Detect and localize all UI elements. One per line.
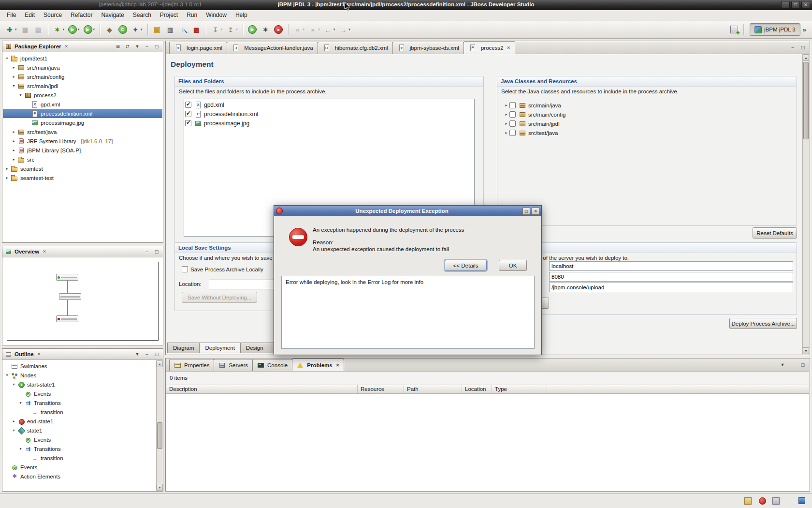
column-header-resource[interactable]: Resource	[358, 385, 404, 393]
overview-diagram[interactable]	[7, 262, 159, 341]
skip-backward-button[interactable]: «▾	[291, 23, 307, 36]
back-history-button[interactable]: ←▾	[322, 23, 337, 36]
window-minimize-button[interactable]: –	[781, 1, 790, 9]
menu-edit[interactable]: Edit	[20, 11, 39, 19]
tree-item-processimage-jpg[interactable]: processimage.jpg	[184, 119, 474, 128]
editor-tab-login-page-xml[interactable]: Xlogin.page.xml	[169, 42, 227, 54]
expand-arrow-icon[interactable]	[4, 56, 10, 60]
dropdown-arrow-icon[interactable]: ▾	[348, 28, 350, 31]
expand-arrow-icon[interactable]	[503, 112, 509, 117]
expand-arrow-icon[interactable]	[11, 382, 17, 387]
maximize-view-icon[interactable]: ▢	[799, 361, 807, 368]
tree-item-processdefinition-xml[interactable]: Pprocessdefinition.xml	[184, 109, 474, 119]
dropdown-arrow-icon[interactable]: ▾	[334, 28, 335, 31]
menu-refactor[interactable]: Refactor	[66, 11, 97, 19]
column-header-description[interactable]: Description	[166, 385, 358, 393]
menu-search[interactable]: Search	[129, 11, 156, 19]
tree-item-src[interactable]: src	[3, 155, 162, 164]
scrollbar-thumb[interactable]	[157, 422, 162, 449]
tree-item-transitions[interactable]: Transitions	[3, 398, 156, 407]
expand-arrow-icon[interactable]	[4, 176, 10, 180]
maximize-view-icon[interactable]: ▢	[153, 248, 160, 255]
tree-item-events[interactable]: Events	[3, 389, 156, 398]
dialog-titlebar[interactable]: Unexpected Deployment Exception ▢ ✕	[274, 206, 541, 216]
details-button[interactable]: << Details	[445, 260, 487, 271]
minimize-view-icon[interactable]: –	[143, 248, 151, 255]
menu-run[interactable]: Run	[182, 11, 202, 19]
skip-forward-button[interactable]: »▾	[306, 23, 322, 36]
tree-item-jre-system-library[interactable]: JRE System Library[jdk1.6.0_17]	[3, 136, 162, 146]
minimize-view-icon[interactable]: –	[143, 43, 151, 50]
outline-scrollbar[interactable]: ▲ ▼	[156, 360, 163, 491]
expand-arrow-icon[interactable]	[503, 121, 509, 126]
expand-arrow-icon[interactable]	[11, 157, 17, 162]
save-button[interactable]: ▦	[19, 23, 32, 36]
dropdown-arrow-icon[interactable]: ▾	[78, 28, 80, 31]
scroll-down-icon[interactable]: ▼	[157, 484, 163, 491]
menu-source[interactable]: Source	[39, 11, 66, 19]
dropdown-arrow-icon[interactable]: ▾	[221, 28, 223, 31]
terminate-button[interactable]: ■	[272, 23, 285, 36]
tree-item-src-test-java[interactable]: src/test/java	[3, 127, 162, 136]
menu-navigate[interactable]: Navigate	[97, 11, 128, 19]
column-header-path[interactable]: Path	[404, 385, 462, 393]
ok-button[interactable]: OK	[499, 260, 527, 271]
maximize-view-icon[interactable]: ▢	[153, 351, 160, 358]
tree-item-seamtest[interactable]: seamtest	[3, 164, 162, 173]
column-header-location[interactable]: Location	[462, 385, 492, 393]
expand-arrow-icon[interactable]	[17, 401, 24, 405]
expand-arrow-icon[interactable]	[503, 131, 509, 135]
close-icon[interactable]: ✕	[64, 44, 70, 49]
tree-item-jbpm-library-soa-p[interactable]: jBPM Library [SOA-P]	[3, 146, 162, 155]
close-tab-icon[interactable]: ✕	[336, 363, 340, 368]
checkbox[interactable]	[509, 120, 516, 127]
tree-item-gpd-xml[interactable]: Xgpd.xml	[3, 100, 162, 109]
close-tab-icon[interactable]: ✕	[507, 45, 511, 50]
server-deployer-input[interactable]	[549, 283, 793, 292]
checkbox[interactable]	[509, 102, 516, 108]
editor-tab-process2[interactable]: Pprocess2✕	[464, 41, 515, 54]
tree-item-state1[interactable]: state1	[3, 426, 156, 435]
server-port-input[interactable]	[549, 272, 793, 282]
debug-button[interactable]: ✶▾	[51, 23, 67, 36]
run-external-tools-button[interactable]: ▶▾	[82, 23, 97, 36]
menu-file[interactable]: File	[2, 11, 20, 19]
window-maximize-button[interactable]: □	[791, 1, 800, 9]
new-wizard-button[interactable]: ✚▾	[3, 23, 19, 36]
tree-item-events[interactable]: Events	[3, 463, 156, 472]
run-button[interactable]: ▶▾	[66, 23, 82, 36]
dropdown-arrow-icon[interactable]: ▾	[236, 28, 238, 31]
open-perspective-button[interactable]	[727, 23, 740, 36]
view-menu-icon[interactable]: ▼	[133, 43, 141, 50]
tree-item-transition[interactable]: transition	[3, 407, 156, 417]
tree-item-src-main-jpdl[interactable]: src/main/jpdl	[3, 81, 162, 90]
expand-arrow-icon[interactable]	[11, 139, 17, 143]
expand-arrow-icon[interactable]	[17, 93, 24, 97]
checkbox[interactable]	[509, 130, 516, 136]
tree-item-jbpm3test1[interactable]: jbpm3test1	[3, 54, 162, 63]
editor-tab-jbpm-sybase-ds-xml[interactable]: Xjbpm-sybase-ds.xml	[392, 42, 464, 54]
tree-item-end-state1[interactable]: end-state1	[3, 417, 156, 426]
minimize-view-icon[interactable]: –	[143, 351, 151, 358]
dropdown-arrow-icon[interactable]: ▾	[15, 28, 17, 31]
dialog-close-button[interactable]: ✕	[532, 208, 539, 215]
view-tab-servers[interactable]: Servers	[214, 359, 253, 371]
menu-help[interactable]: Help	[231, 11, 252, 19]
usage-data-icon[interactable]	[744, 497, 752, 505]
checkbox[interactable]	[182, 266, 188, 272]
tree-item-src-main-config[interactable]: src/main/config	[3, 72, 162, 81]
tree-item-src-main-java[interactable]: src/main/java	[3, 63, 162, 72]
maximize-view-icon[interactable]: ▢	[153, 43, 160, 50]
editor-tab-hibernate-cfg-db2-xml[interactable]: Hhibernate.cfg.db2.xml	[318, 42, 393, 54]
page-tab-deployment[interactable]: Deployment	[199, 343, 240, 353]
close-icon[interactable]: ✕	[36, 352, 42, 357]
dropdown-arrow-icon[interactable]: ▾	[141, 28, 143, 31]
tree-item-process2[interactable]: process2	[3, 90, 162, 100]
column-header-type[interactable]: Type	[492, 385, 547, 393]
tree-item-src-main-java[interactable]: src/main/java	[502, 101, 792, 110]
close-icon[interactable]: ✕	[42, 249, 47, 254]
dropdown-arrow-icon[interactable]: ▾	[318, 28, 320, 31]
tree-item-transitions[interactable]: Transitions	[3, 444, 156, 453]
checkbox[interactable]	[509, 111, 516, 118]
search-button[interactable]: ○	[177, 23, 190, 36]
